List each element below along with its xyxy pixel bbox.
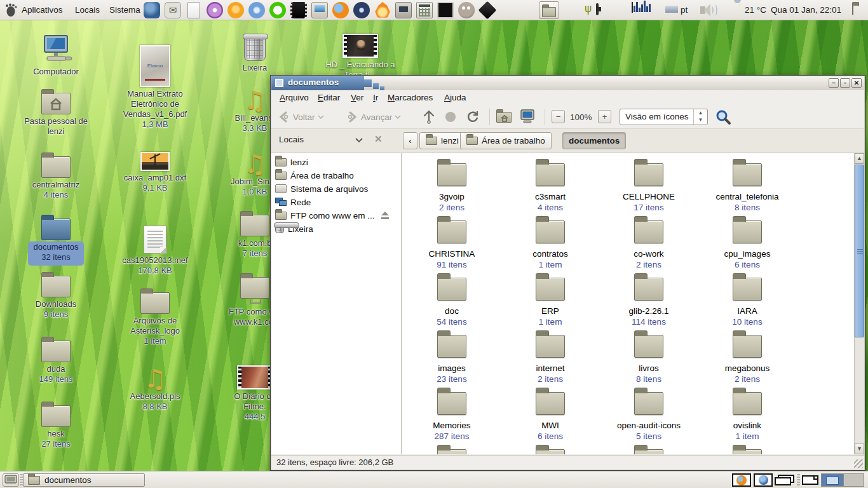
menu-arquivo[interactable]: Arquivo — [277, 90, 311, 105]
desktop-icon-hesk[interactable]: hesk 27 itens — [20, 400, 92, 449]
sidebar-header[interactable]: Locais — [279, 135, 304, 144]
workspace-1-active[interactable] — [822, 474, 843, 486]
menu-ver[interactable]: Ver — [348, 90, 366, 105]
desktop-icon-cas19052013[interactable]: cas19052013.mef 170,8 KB — [119, 226, 191, 276]
new-document-icon[interactable] — [187, 2, 200, 18]
zoom-in-button[interactable]: + — [598, 110, 611, 123]
sidebar-close-icon[interactable]: ✕ — [374, 133, 383, 145]
folder-item[interactable]: CHRISTINA91 itens — [404, 220, 499, 270]
folder-item[interactable] — [601, 449, 696, 454]
sidebar-item-area-de-trabalho[interactable]: Área de trabalho — [275, 169, 354, 182]
folder-item[interactable]: internet2 itens — [503, 335, 598, 384]
cd-burner-icon[interactable] — [207, 2, 223, 18]
desktop-icon-centralmatriz[interactable]: centralmatriz 4 itens — [20, 151, 92, 200]
sidebar-item-ftp[interactable]: FTP como www em ... — [275, 209, 375, 222]
folder-item[interactable]: megabonus2 itens — [700, 335, 795, 384]
home-button[interactable] — [496, 105, 512, 129]
desktop-icon-hd-evacuando[interactable]: HD _ Evacuando a Terra fl... — [325, 34, 396, 80]
folder-item[interactable]: ERP1 item — [503, 278, 598, 327]
green-ring-icon[interactable] — [269, 2, 286, 18]
desktop-icon-pasta-pessoal[interactable]: Pasta pessoal de lenzi — [20, 88, 92, 137]
window-outline-icon[interactable] — [802, 475, 818, 485]
folder-item[interactable]: open-audit-icons5 itens — [601, 392, 696, 442]
folder-item[interactable] — [503, 449, 598, 454]
breadcrumb-lenzi[interactable]: lenzi — [419, 132, 465, 149]
menu-sistema[interactable]: Sistema — [109, 0, 140, 20]
media-swirl-icon[interactable] — [248, 2, 265, 18]
breadcrumb-scroll-left[interactable]: ‹ — [403, 132, 417, 149]
desktop-icon-manual-pdf[interactable]: Elavon Manual Extrato Eletrônico de Vend… — [119, 45, 191, 130]
view-mode-combo[interactable]: Visão em ícones ▲▼ — [620, 109, 708, 125]
chevron-down-icon[interactable] — [355, 138, 363, 143]
folder-item[interactable]: glib-2.26.1114 itens — [601, 278, 696, 327]
vertical-scrollbar[interactable]: ▲ ▼ — [854, 153, 864, 454]
folder-item[interactable]: cpu_images6 itens — [700, 220, 795, 270]
folder-item[interactable] — [700, 449, 795, 454]
desktop-icon-aebersold[interactable]: ♫ Aebersold.pls 8,8 KB — [119, 366, 191, 412]
menu-marcadores[interactable]: Marcadores — [385, 90, 435, 105]
window-titlebar[interactable]: documentos – ▫ ✕ — [271, 76, 864, 90]
desktop-icon-duda[interactable]: duda 149 itens — [20, 336, 92, 384]
folder-item[interactable]: ovislink1 item — [700, 392, 795, 442]
maximize-button[interactable]: ▫ — [840, 78, 850, 88]
remote-computer-icon[interactable] — [311, 2, 328, 18]
sidebar-item-lenzi[interactable]: lenzi — [275, 156, 308, 168]
file-manager-launcher[interactable] — [539, 1, 559, 19]
computer-button[interactable] — [519, 105, 536, 129]
workspace-switcher[interactable] — [821, 473, 864, 487]
back-button[interactable]: Voltar — [278, 105, 324, 129]
clock-applet[interactable]: Qua 01 Jan, 22:01 — [771, 0, 841, 20]
forward-button[interactable]: Avançar — [346, 105, 401, 129]
video-editor-icon[interactable] — [290, 2, 307, 18]
tray-firefox-icon[interactable] — [732, 473, 751, 487]
up-button[interactable] — [423, 105, 435, 129]
desktop-icon-asterisk-logo[interactable]: Arquivos de Asterisk_logo 1 item — [119, 287, 191, 346]
close-button[interactable]: ✕ — [851, 78, 862, 88]
folder-item[interactable] — [404, 449, 499, 454]
resize-grip[interactable] — [854, 459, 863, 468]
folder-item[interactable]: IARA10 itens — [700, 278, 795, 327]
folder-item[interactable]: c3smart4 itens — [503, 163, 598, 213]
folder-item[interactable]: livros8 itens — [601, 335, 696, 384]
taskbar-window-button[interactable]: documentos — [23, 473, 145, 487]
firefox-icon[interactable] — [332, 2, 349, 18]
scroll-down-icon[interactable]: ▼ — [855, 444, 864, 454]
zoom-out-button[interactable]: − — [552, 110, 565, 123]
stop-button[interactable] — [444, 105, 457, 129]
folder-item[interactable]: doc54 itens — [404, 278, 499, 327]
system-monitor-applet[interactable] — [632, 2, 633, 13]
screenshot-icon[interactable] — [395, 2, 412, 18]
calculator-icon[interactable] — [416, 2, 433, 18]
folder-item[interactable]: MWI6 itens — [503, 392, 598, 442]
flame-player-icon[interactable] — [374, 2, 391, 18]
breadcrumb-area-de-trabalho[interactable]: Área de trabalho — [460, 132, 552, 149]
reload-button[interactable] — [466, 105, 480, 129]
menu-aplicativos[interactable]: Aplicativos — [22, 0, 63, 20]
desktop-icon-computador[interactable]: Computador — [20, 34, 92, 77]
keyboard-layout-indicator[interactable]: pt — [681, 0, 688, 20]
workspace-2[interactable] — [843, 474, 864, 486]
desktop-icon-downloads[interactable]: Downloads 9 itens — [20, 271, 92, 320]
sidebar-item-rede[interactable]: Rede — [275, 196, 311, 208]
eject-icon[interactable] — [381, 212, 390, 219]
folder-item[interactable]: central_telefonia8 itens — [700, 163, 795, 213]
menu-editar[interactable]: Editar — [315, 90, 342, 105]
folder-item[interactable]: CELLPHONE17 itens — [601, 163, 696, 213]
breadcrumb-documentos[interactable]: documentos — [562, 132, 626, 149]
gnome-menu-icon[interactable] — [4, 3, 18, 18]
folder-item[interactable]: co-work2 itens — [601, 220, 696, 270]
sidebar-item-sistema-de-arquivos[interactable]: Sistema de arquivos — [275, 182, 368, 195]
amarok-icon[interactable] — [227, 2, 244, 18]
minimize-button[interactable]: – — [829, 78, 839, 88]
battery-icon[interactable] — [596, 3, 599, 15]
panel-folder-icon[interactable] — [852, 4, 853, 15]
show-desktop-button[interactable] — [3, 473, 19, 487]
zoom-level[interactable]: 100% — [570, 105, 592, 129]
desktop-icon-lixeira[interactable]: Lixeira — [219, 36, 290, 73]
desktop-icon-caixa-amp01[interactable]: caixa_amp01.dxf 9,1 KB — [119, 152, 191, 193]
folder-item[interactable]: Memories287 itens — [404, 392, 499, 442]
terminal-icon[interactable] — [437, 2, 454, 18]
email-icon[interactable]: ✉ — [165, 2, 181, 18]
spinner-arrows-icon[interactable]: ▲▼ — [693, 109, 707, 125]
tray-app-icon[interactable] — [754, 473, 773, 487]
